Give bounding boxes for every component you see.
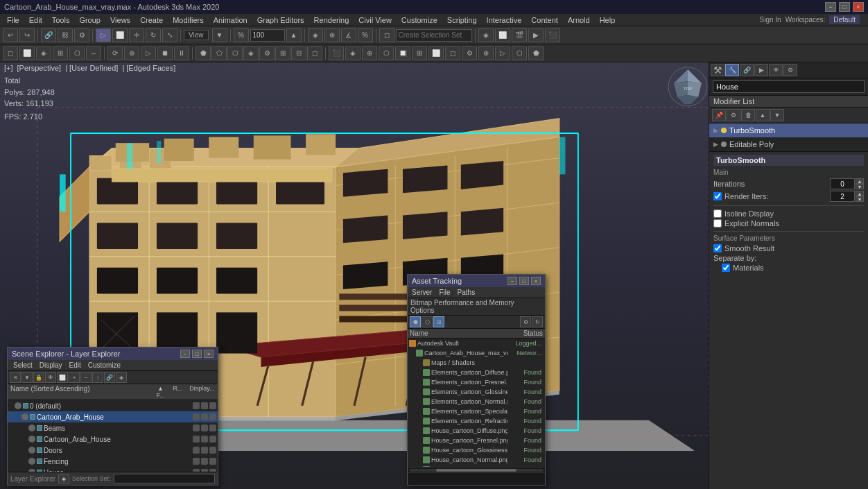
rp-utility-tab[interactable]: ⚙ (783, 64, 797, 76)
tb2-2[interactable]: ⬜ (19, 46, 35, 60)
at-tb-2[interactable]: ⬡ (422, 316, 433, 327)
menu-views[interactable]: Views (106, 15, 134, 25)
at-list-item[interactable]: Cartoon_Arab_House_max_vray.maxNetwor... (408, 348, 545, 358)
menu-edit[interactable]: Edit (25, 15, 46, 25)
tb-undo[interactable]: ↩ (3, 28, 18, 42)
tb-p-spin-up[interactable]: ▲ (286, 28, 302, 42)
tb-named-select[interactable]: ◻ (379, 28, 394, 42)
ts-render-up[interactable]: ▲ (856, 191, 864, 196)
se-list-item[interactable]: House (8, 467, 218, 472)
tb2-icon-h[interactable]: ◻ (307, 46, 322, 60)
se-menu-select[interactable]: Select (10, 361, 35, 370)
tb2-4[interactable]: ⊞ (53, 46, 68, 60)
menu-content[interactable]: Content (527, 15, 562, 25)
se-menu-customize[interactable]: Customize (85, 361, 123, 370)
at-list-item[interactable]: Elements_cartoon_Diffuse.pngFound (408, 368, 545, 377)
at-scroll-track[interactable] (409, 469, 544, 472)
view-label[interactable]: View (184, 30, 209, 40)
tb-move[interactable]: ✛ (129, 28, 144, 42)
at-subbar-bitmap[interactable]: Bitmap Performance and Memory (410, 299, 514, 307)
tb2-misc-12[interactable]: ⬡ (512, 46, 527, 60)
tb2-icon-g[interactable]: ⊟ (291, 46, 306, 60)
se-eye-icon[interactable] (21, 413, 28, 420)
workspace-selector[interactable]: Default (829, 15, 860, 24)
tb-pct-snap[interactable]: % (358, 28, 373, 42)
se-item-icon[interactable] (201, 436, 208, 443)
ts-iter-up[interactable]: ▲ (856, 178, 864, 184)
menu-help[interactable]: Help (596, 15, 620, 25)
se-item-list[interactable]: 0 (default)Cartoon_Arab_HouseBeamsCartoo… (8, 400, 218, 472)
se-tb-eye[interactable]: 👁 (45, 372, 56, 383)
tb-scene[interactable]: ⬜ (495, 28, 510, 42)
se-item-icon[interactable] (193, 424, 200, 431)
sign-in-button[interactable]: Sign In (760, 16, 781, 24)
se-menu-display[interactable]: Display (37, 361, 65, 370)
menu-create[interactable]: Create (136, 15, 167, 25)
se-eye-icon[interactable] (28, 424, 35, 431)
se-tb-filter[interactable]: ▼ (21, 372, 33, 383)
mod-tb-configure[interactable]: ⚙ (727, 109, 740, 121)
rp-create-tab[interactable]: ⚒ (711, 64, 724, 76)
mod-tb-move-up[interactable]: ▲ (756, 109, 770, 121)
tb2-misc-1[interactable]: ⬛ (329, 46, 344, 60)
se-item-icon[interactable] (209, 447, 216, 454)
se-list-item[interactable]: Beams (8, 422, 218, 434)
se-list-item[interactable]: Cartoon_Arab_House (8, 434, 218, 445)
rp-hierarchy-tab[interactable]: 🔗 (740, 64, 754, 76)
tb-unlink[interactable]: ⛓ (58, 28, 73, 42)
se-tb-highlight[interactable]: ◈ (116, 372, 127, 383)
at-list-item[interactable]: Elements_cartoon_Normal.pngFound (408, 397, 545, 406)
scene-explorer-titlebar[interactable]: Scene Explorer - Layer Explorer − □ × (8, 348, 218, 360)
ts-iterations-input[interactable] (830, 178, 855, 189)
se-item-icon[interactable] (193, 458, 200, 465)
se-tb-view[interactable]: ⬜ (57, 372, 68, 383)
at-list-item[interactable]: Autodesk VaultLogged... (408, 338, 545, 348)
se-item-icon[interactable] (209, 424, 216, 431)
minimize-button[interactable]: − (825, 2, 836, 12)
tb2-misc-9[interactable]: ⚙ (462, 46, 477, 60)
tb2-11[interactable]: ⏸ (174, 46, 189, 60)
se-tb-minus[interactable]: − (80, 372, 92, 383)
at-close[interactable]: × (531, 277, 541, 285)
vp-mode-label[interactable]: | [Edged Faces] (122, 64, 175, 72)
at-list-item[interactable]: House_cartoon_Glossiness.pngFound (408, 445, 545, 455)
at-minimize[interactable]: − (507, 277, 517, 285)
se-eye-icon[interactable] (28, 458, 35, 465)
at-menu-paths[interactable]: Paths (456, 288, 477, 297)
menu-interactive[interactable]: Interactive (483, 15, 526, 25)
tb-percent-input[interactable] (250, 29, 285, 42)
tb2-misc-7[interactable]: ⬜ (428, 46, 444, 60)
se-list-item[interactable]: Fencing (8, 456, 218, 467)
modifier-editable-poly[interactable]: ▶ Editable Poly (709, 137, 868, 151)
menu-civil-view[interactable]: Civil View (354, 15, 395, 25)
se-tb-x[interactable]: ✕ (10, 372, 21, 383)
tb2-misc-8[interactable]: ◻ (445, 46, 460, 60)
tb-view-select[interactable]: ▼ (212, 28, 227, 42)
modifier-turbosmoooth[interactable]: ▶ TurboSmooth (709, 123, 868, 137)
at-list-item[interactable]: Elements_cartoon_Specular.pngFound (408, 406, 545, 416)
menu-tools[interactable]: Tools (48, 15, 74, 25)
at-tb-1[interactable]: ⬟ (410, 316, 421, 327)
se-item-icon[interactable] (193, 413, 200, 420)
tb-select[interactable]: ▷ (96, 28, 111, 42)
se-tb-arrow[interactable]: ↕ (92, 372, 103, 383)
ts-explicit-check[interactable] (713, 219, 722, 228)
tb-reference[interactable]: ◈ (308, 28, 323, 42)
menu-scripting[interactable]: Scripting (443, 15, 481, 25)
tb-snap[interactable]: ⊕ (324, 28, 340, 42)
maximize-button[interactable]: □ (839, 2, 850, 12)
tb2-6[interactable]: ↔ (86, 46, 101, 60)
tb-render[interactable]: ⬛ (545, 28, 560, 42)
ts-render-iters-input[interactable] (830, 191, 855, 202)
at-list-item[interactable]: Elements_cartoon_Refraction.pngFound (408, 416, 545, 426)
tb2-8[interactable]: ⊕ (124, 46, 139, 60)
tb2-icon-a[interactable]: ⬟ (196, 46, 211, 60)
se-item-icon[interactable] (209, 436, 216, 443)
at-subbar-options[interactable]: Options (410, 307, 434, 314)
at-path-input[interactable] (408, 473, 545, 485)
at-list-item[interactable]: House_cartoon_Normal.pngFound (408, 455, 545, 465)
tb-render-setup[interactable]: 🎬 (512, 28, 527, 42)
tb2-icon-f[interactable]: ⊞ (275, 46, 290, 60)
tb2-misc-5[interactable]: 🔲 (395, 46, 410, 60)
tb-redo[interactable]: ↪ (19, 28, 35, 42)
